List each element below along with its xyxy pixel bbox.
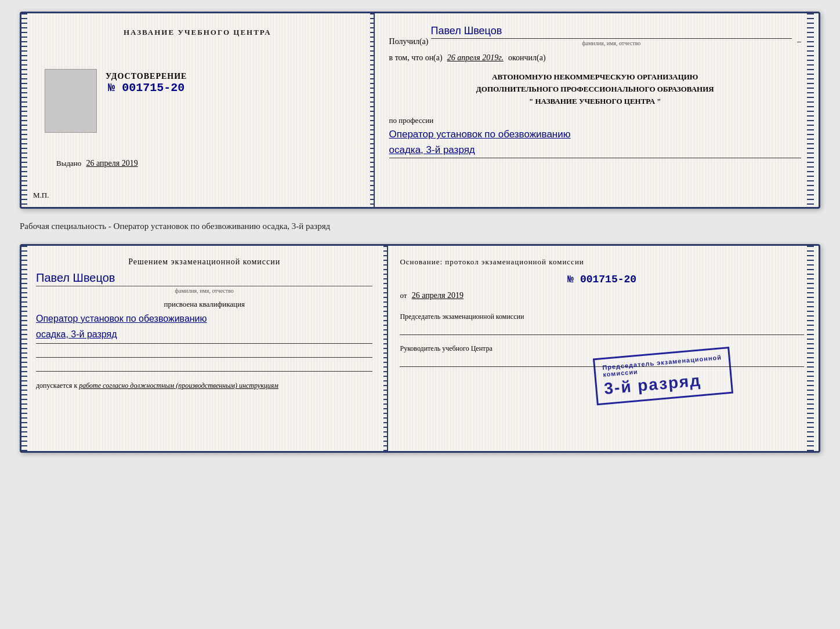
received-name: Павел Швецов [431,25,792,39]
qualification-line2: осадка, 3-й разряд [36,328,372,344]
decision-title: Решением экзаменационной комиссии [36,257,372,267]
chairman-label: Председатель экзаменационной комиссии [400,312,804,322]
doc1-right-page: Получил(а) Павел Швецов фамилия, имя, от… [375,13,819,207]
left-page-right-bar-2 [383,246,387,451]
allowed-prefix: допускается к [36,381,77,390]
profession-label: по профессии [389,116,801,125]
qualification-line1: Оператор установок по обезвоживанию [36,312,372,326]
mp-label: М.П. [33,191,49,200]
from-date-value: 26 апреля 2019 [412,291,464,300]
issued-prefix: Выдано [56,159,81,168]
org-line3: " НАЗВАНИЕ УЧЕБНОГО ЦЕНТРА " [389,96,801,108]
doc2-left-page: Решением экзаменационной комиссии Павел … [21,246,388,451]
completed-suffix: окончил(а) [508,53,546,63]
cert-number: № 001715-20 [106,81,187,94]
document-2: Решением экзаменационной комиссии Павел … [20,244,820,453]
received-line: Получил(а) Павел Швецов фамилия, имя, от… [389,25,801,46]
caption-line: Рабочая специальность - Оператор установ… [20,219,820,234]
profession-value: Оператор установок по обезвоживанию [389,128,801,141]
allowed-italic: работе согласно должностным (производств… [79,381,278,390]
rank-value: осадка, 3-й разряд [389,144,801,158]
org-line1: АВТОНОМНУЮ НЕКОММЕРЧЕСКУЮ ОРГАНИЗАЦИЮ [389,71,801,83]
doc1-left-page: НАЗВАНИЕ УЧЕБНОГО ЦЕНТРА УДОСТОВЕРЕНИЕ №… [21,13,375,207]
dash: – [797,37,801,46]
underline-field-2 [36,361,372,372]
completed-line: в том, что он(а) 26 апреля 2019г. окончи… [389,53,801,63]
chairman-block: Председатель экзаменационной комиссии [400,312,804,335]
org-line2: ДОПОЛНИТЕЛЬНОГО ПРОФЕССИОНАЛЬНОГО ОБРАЗО… [389,83,801,96]
issued-line: Выдано 26 апреля 2019 [56,159,138,171]
chairman-sig-line [400,325,804,335]
from-prefix: от [400,291,407,300]
photo-placeholder [45,69,97,133]
left-page-right-bar [370,13,374,207]
director-label: Руководитель учебного Центра [400,344,804,354]
completed-date: 26 апреля 2019г. [447,53,504,63]
from-date: от 26 апреля 2019 [400,291,804,300]
received-name-sub: фамилия, имя, отчество [431,40,792,46]
received-prefix: Получил(а) [389,37,429,46]
basis-title: Основание: протокол экзаменационной коми… [400,257,804,267]
center-title-1: НАЗВАНИЕ УЧЕБНОГО ЦЕНТРА [124,28,271,37]
doc2-right-page: Основание: протокол экзаменационной коми… [388,246,819,451]
issued-date: 26 апреля 2019 [86,159,138,168]
person-name-sub: фамилия, имя, отчество [36,286,372,294]
org-block: АВТОНОМНУЮ НЕКОММЕРЧЕСКУЮ ОРГАНИЗАЦИЮ ДО… [389,71,801,107]
cert-label: УДОСТОВЕРЕНИЕ [106,72,187,81]
allowed-text: допускается к работе согласно должностны… [36,380,372,391]
underline-field-1 [36,347,372,358]
cert-section: УДОСТОВЕРЕНИЕ № 001715-20 [106,72,187,94]
person-name: Павел Швецов [36,271,372,285]
document-1: НАЗВАНИЕ УЧЕБНОГО ЦЕНТРА УДОСТОВЕРЕНИЕ №… [20,12,820,209]
protocol-number: № 001715-20 [400,274,804,285]
qualification-label: присвоена квалификация [36,300,372,309]
completed-prefix: в том, что он(а) [389,53,443,63]
document-container: НАЗВАНИЕ УЧЕБНОГО ЦЕНТРА УДОСТОВЕРЕНИЕ №… [20,12,820,453]
